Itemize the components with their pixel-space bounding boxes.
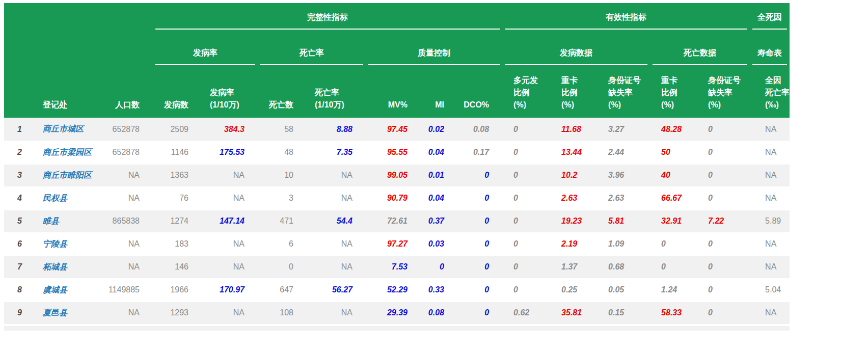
col-header-cases: 发病数: [153, 74, 202, 118]
mortality-rate-cell: 7.35: [307, 141, 366, 164]
multi-primary-ratio-cell: 0: [502, 210, 550, 233]
all-cause-mortality-cell: NA: [750, 164, 790, 187]
deaths-cell: 6: [258, 233, 307, 256]
group-incidence-data-label: 发病数据: [505, 48, 647, 65]
dup-card-ratio-incidence-cell: 2.63: [550, 187, 597, 210]
registry-link[interactable]: 商丘市睢阳区: [37, 164, 99, 187]
population-cell: NA: [99, 233, 153, 256]
row-number: 5: [4, 210, 37, 233]
multi-primary-ratio-cell: 0: [502, 164, 550, 187]
table-row: 6宁陵县NA183NA6NA97.270.03002.191.0900NA: [4, 233, 790, 256]
all-cause-mortality-cell: NA: [750, 233, 790, 256]
row-number: 4: [4, 187, 37, 210]
incidence-rate-cell: 175.53: [202, 141, 258, 164]
id-missing-rate-incidence-cell: 2.63: [597, 187, 650, 210]
header-columns-row: 登记处 人口数 发病数 发病率 (1/10万) 死亡数 死亡率 (1/10万) …: [4, 74, 790, 118]
col-header-all-cause-mortality: 全因 死亡率 (‰): [750, 74, 790, 118]
registry-link[interactable]: 柘城县: [37, 256, 99, 279]
dup-card-ratio-incidence-cell: 11.68: [550, 118, 597, 141]
multi-primary-ratio-cell: 0: [502, 187, 550, 210]
row-number: 1: [4, 118, 37, 141]
mi-cell: 0.04: [421, 141, 457, 164]
col-header-deaths: 死亡数: [258, 74, 307, 118]
incidence-rate-cell: 147.14: [202, 210, 258, 233]
group-quality-control: 质量控制: [366, 39, 502, 74]
table-body: 1商丘市城区6528782509384.3588.8897.450.020.08…: [4, 118, 790, 325]
id-missing-rate-incidence-cell: 2.44: [597, 141, 650, 164]
group-validity-label: 有效性指标: [505, 12, 747, 30]
mv-percent-cell: 7.53: [366, 256, 421, 279]
dup-card-ratio-death-cell: 58.33: [650, 302, 697, 325]
dup-card-ratio-death-cell: 32.91: [650, 210, 697, 233]
incidence-rate-cell: 170.97: [202, 279, 258, 302]
incidence-rate-cell: NA: [202, 302, 258, 325]
all-cause-mortality-cell: 5.04: [750, 279, 790, 302]
id-missing-rate-death-cell: 0: [697, 279, 750, 302]
multi-primary-ratio-cell: 0: [502, 233, 550, 256]
table-row: 8虞城县11498851966170.9764756.2752.290.3300…: [4, 279, 790, 302]
registry-link[interactable]: 夏邑县: [37, 302, 99, 325]
dup-card-ratio-death-cell: 48.28: [650, 118, 697, 141]
population-cell: NA: [99, 302, 153, 325]
table-row: 1商丘市城区6528782509384.3588.8897.450.020.08…: [4, 118, 790, 141]
id-missing-rate-incidence-cell: 0.68: [597, 256, 650, 279]
dup-card-ratio-death-cell: 40: [650, 164, 697, 187]
id-missing-rate-death-cell: 7.22: [697, 210, 750, 233]
deaths-cell: 471: [258, 210, 307, 233]
population-cell: NA: [99, 256, 153, 279]
registry-link[interactable]: 商丘市城区: [37, 118, 99, 141]
dup-card-ratio-incidence-cell: 10.2: [550, 164, 597, 187]
dup-card-ratio-incidence-cell: 2.19: [550, 233, 597, 256]
population-cell: 652878: [99, 118, 153, 141]
row-number: 8: [4, 279, 37, 302]
registry-link[interactable]: 虞城县: [37, 279, 99, 302]
group-incidence-data: 发病数据: [502, 39, 650, 74]
table-row: 7柘城县NA146NA0NA7.530001.370.6800NA: [4, 256, 790, 279]
population-cell: 652878: [99, 141, 153, 164]
mortality-rate-cell: NA: [307, 187, 366, 210]
header-group-row-top: 完整性指标 有效性指标 全死因: [4, 3, 790, 39]
cases-cell: 2509: [153, 118, 202, 141]
incidence-rate-cell: NA: [202, 164, 258, 187]
page: 完整性指标 有效性指标 全死因 发病率 死亡率 质量控制: [0, 0, 868, 351]
mv-percent-cell: 90.79: [366, 187, 421, 210]
id-missing-rate-incidence-cell: 3.27: [597, 118, 650, 141]
partial-next-row: [4, 326, 790, 331]
all-cause-mortality-cell: NA: [750, 256, 790, 279]
group-completeness-label: 完整性指标: [155, 12, 500, 30]
col-header-mv-percent: MV%: [366, 74, 421, 118]
registry-link[interactable]: 宁陵县: [37, 233, 99, 256]
incidence-rate-cell: NA: [202, 256, 258, 279]
dup-card-ratio-death-cell: 0: [650, 233, 697, 256]
dup-card-ratio-death-cell: 0: [650, 256, 697, 279]
population-cell: NA: [99, 164, 153, 187]
all-cause-mortality-cell: NA: [750, 118, 790, 141]
id-missing-rate-death-cell: 0: [697, 164, 750, 187]
multi-primary-ratio-cell: 0: [502, 279, 550, 302]
incidence-rate-cell: NA: [202, 187, 258, 210]
registry-link[interactable]: 商丘市梁园区: [37, 141, 99, 164]
dco-percent-cell: 0.17: [457, 141, 502, 164]
mi-cell: 0.01: [421, 164, 457, 187]
col-header-incidence-rate: 发病率 (1/10万): [202, 74, 258, 118]
mortality-rate-cell: NA: [307, 302, 366, 325]
dup-card-ratio-death-cell: 1.24: [650, 279, 697, 302]
dup-card-ratio-incidence-cell: 13.44: [550, 141, 597, 164]
group-quality-control-label: 质量控制: [368, 48, 500, 65]
dco-percent-cell: 0: [457, 164, 502, 187]
mi-cell: 0.33: [421, 279, 457, 302]
id-missing-rate-death-cell: 0: [697, 118, 750, 141]
mv-percent-cell: 97.45: [366, 118, 421, 141]
dup-card-ratio-incidence-cell: 0.25: [550, 279, 597, 302]
multi-primary-ratio-cell: 0: [502, 118, 550, 141]
dup-card-ratio-incidence-cell: 1.37: [550, 256, 597, 279]
deaths-cell: 58: [258, 118, 307, 141]
registry-link[interactable]: 民权县: [37, 187, 99, 210]
population-cell: 865838: [99, 210, 153, 233]
deaths-cell: 3: [258, 187, 307, 210]
group-incidence-rate-label: 发病率: [155, 48, 255, 65]
mortality-rate-cell: 8.88: [307, 118, 366, 141]
group-life-table: 寿命表: [750, 39, 790, 74]
registry-link[interactable]: 睢县: [37, 210, 99, 233]
col-header-rownum: [4, 74, 37, 118]
